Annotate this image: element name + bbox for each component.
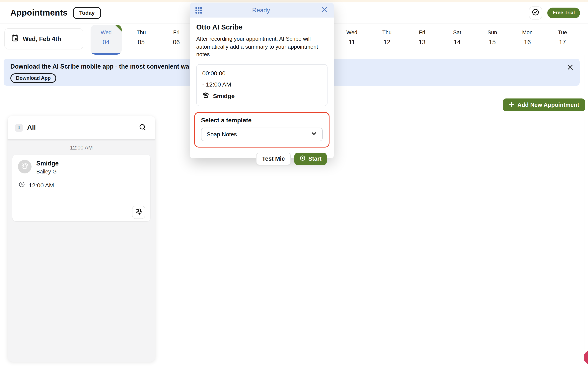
- close-icon: [321, 6, 327, 14]
- add-new-appointment-button[interactable]: Add New Appointment: [503, 99, 585, 111]
- ai-scribe-modal: Ready Otto AI Scribe After recording you…: [190, 3, 334, 158]
- close-icon: [567, 64, 573, 71]
- banner-message: Download the AI Scribe mobile app - the …: [10, 63, 189, 70]
- mic-sparkles-icon: [135, 208, 143, 217]
- day-of-week-label: Mon: [522, 29, 533, 36]
- banner-close-button[interactable]: [567, 64, 574, 71]
- day-number-label: 04: [103, 39, 110, 46]
- day-of-week-label: Tue: [558, 29, 567, 36]
- day-of-week-label: Fri: [173, 29, 179, 36]
- day-of-week-label: Sat: [453, 29, 461, 36]
- add-new-appointment-label: Add New Appointment: [517, 102, 579, 108]
- page-title: Appointments: [10, 8, 68, 18]
- day-of-week-label: Thu: [137, 29, 146, 36]
- search-icon: [138, 127, 147, 133]
- day-number-label: 11: [349, 39, 355, 46]
- day-cell[interactable]: Tue 17: [545, 24, 580, 55]
- free-trial-button[interactable]: Free Trial: [548, 7, 580, 18]
- template-section-highlighted: Select a template Soap Notes: [194, 112, 329, 147]
- paw-icon: [21, 162, 29, 171]
- app-viewport: Appointments Today Free Trial Wed, Feb 4…: [0, 0, 588, 368]
- pet-name: Smidge: [36, 160, 59, 167]
- day-number-label: 14: [454, 39, 461, 46]
- day-number-label: 05: [138, 39, 145, 46]
- day-cell[interactable]: Fri 06: [159, 24, 194, 55]
- selected-day-corner-flag: [115, 25, 122, 31]
- day-of-week-label: Wed: [346, 29, 357, 36]
- modal-status-title: Ready: [202, 7, 320, 14]
- paw-icon: [202, 92, 209, 100]
- modal-footer: Test Mic Start: [196, 153, 327, 165]
- day-cell[interactable]: Sat 14: [440, 24, 475, 55]
- calendar-icon: [11, 34, 19, 44]
- download-app-button[interactable]: Download App: [10, 73, 56, 83]
- record-icon: [299, 155, 306, 162]
- day-of-week-label: Fri: [419, 29, 425, 36]
- day-number-label: 13: [419, 39, 426, 46]
- timer-value: 00:00:00: [202, 70, 322, 76]
- modal-pet-row: Smidge: [202, 92, 322, 100]
- drag-handle-icon[interactable]: [196, 7, 202, 13]
- day-number-label: 17: [559, 39, 566, 46]
- date-picker-button[interactable]: Wed, Feb 4th: [4, 28, 83, 49]
- day-cell[interactable]: Wed 04: [91, 25, 122, 55]
- pet-avatar: [18, 160, 31, 174]
- day-cell[interactable]: Fri 13: [404, 24, 440, 55]
- filter-all-label: All: [27, 124, 36, 132]
- test-mic-button[interactable]: Test Mic: [256, 153, 291, 165]
- panel-header: 1 All: [8, 116, 155, 139]
- header-right-group: Free Trial: [529, 2, 580, 24]
- day-cell[interactable]: Thu 05: [124, 24, 159, 55]
- day-cell[interactable]: Mon 16: [510, 24, 545, 55]
- current-date-label: Wed, Feb 4th: [23, 35, 61, 42]
- appointments-panel: 1 All 12:00 AM Smidge Bailey G 12:00: [8, 116, 155, 362]
- modal-pet-name: Smidge: [213, 92, 234, 99]
- start-recording-button[interactable]: Start: [294, 153, 327, 165]
- day-of-week-label: Thu: [382, 29, 392, 36]
- modal-body: Otto AI Scribe After recording your appo…: [190, 18, 334, 165]
- chevron-down-icon: [311, 130, 317, 138]
- ai-scribe-record-button[interactable]: [132, 206, 145, 219]
- day-number-label: 15: [489, 39, 496, 46]
- appointment-time: 12:00 AM: [29, 182, 54, 188]
- appointment-time-row: 12:00 AM: [18, 181, 54, 189]
- plus-icon: [509, 101, 514, 108]
- day-cell[interactable]: Thu 12: [369, 24, 404, 55]
- appointment-time-range: - 12:00 AM: [202, 81, 322, 88]
- days-row: Wed 04 Thu 05 Fri 06 Sat 07 Sun 08: [89, 24, 580, 55]
- check-circle-icon: [532, 8, 540, 17]
- template-dropdown[interactable]: Soap Notes: [201, 127, 323, 141]
- selected-day-underline: [92, 53, 121, 55]
- template-section-label: Select a template: [201, 117, 323, 124]
- day-number-label: 12: [383, 39, 391, 46]
- appointment-count-badge: 1: [15, 123, 23, 132]
- day-of-week-label: Wed: [101, 29, 112, 36]
- clock-icon: [18, 181, 25, 189]
- modal-header[interactable]: Ready: [190, 3, 334, 18]
- today-button[interactable]: Today: [73, 7, 101, 18]
- appointment-card[interactable]: Smidge Bailey G 12:00 AM: [12, 155, 150, 221]
- day-number-label: 16: [524, 39, 531, 46]
- recording-summary-card: 00:00:00 - 12:00 AM Smidge: [196, 64, 327, 106]
- modal-heading: Otto AI Scribe: [196, 23, 327, 31]
- start-button-label: Start: [308, 156, 322, 162]
- client-name: Bailey G: [36, 169, 57, 175]
- right-edge-divider: [584, 0, 584, 368]
- day-of-week-label: Sun: [487, 29, 497, 36]
- day-cell[interactable]: Sun 15: [475, 24, 510, 55]
- date-bar-divider: [88, 24, 88, 55]
- check-circle-button[interactable]: [529, 6, 542, 19]
- time-group-label: 12:00 AM: [8, 145, 155, 151]
- search-button[interactable]: [138, 123, 147, 133]
- day-number-label: 06: [173, 39, 180, 46]
- top-accent-strip: [0, 0, 588, 2]
- modal-close-button[interactable]: [320, 6, 328, 14]
- day-cell[interactable]: Wed 11: [334, 24, 369, 55]
- template-selected-value: Soap Notes: [207, 131, 237, 137]
- modal-description: After recording your appointment, AI Scr…: [196, 35, 327, 58]
- card-divider: [18, 201, 145, 201]
